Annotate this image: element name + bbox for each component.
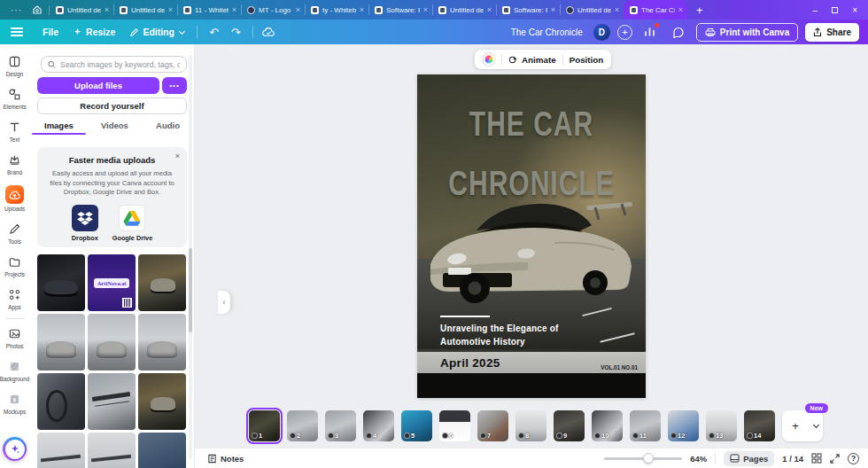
tab-close-icon[interactable]: ×: [168, 5, 173, 14]
upload-photo-dark-showroom-car[interactable]: [37, 254, 85, 311]
sidebar-item-background[interactable]: Background: [0, 355, 29, 387]
page-thumbnail-8[interactable]: 8: [515, 410, 546, 441]
page-thumbnail-3[interactable]: 3: [325, 410, 356, 441]
page-thumbnail-11[interactable]: 11: [630, 410, 661, 441]
close-window-button[interactable]: ×: [852, 5, 857, 15]
redo-button[interactable]: ↷: [225, 26, 247, 39]
upload-photo-car-interior[interactable]: [37, 373, 85, 430]
sidebar-item-elements[interactable]: Elements: [0, 82, 29, 115]
tab-close-icon[interactable]: ×: [678, 5, 683, 14]
zoom-slider-knob[interactable]: [643, 453, 654, 464]
tab-close-icon[interactable]: ×: [487, 5, 492, 14]
browser-tab-10[interactable]: The Car Chr...×: [624, 0, 687, 20]
browser-tab-5[interactable]: ty - Whitebo...×: [305, 0, 368, 20]
page-thumbnail-5[interactable]: 5: [401, 410, 432, 441]
hamburger-menu-icon[interactable]: [11, 27, 23, 36]
search-input[interactable]: [60, 60, 180, 69]
tab-close-icon[interactable]: ×: [360, 5, 364, 14]
sidebar-item-photos[interactable]: Photos: [0, 322, 29, 355]
design-page-cover[interactable]: THE CAR CHRONICLE Unraveling the: [417, 74, 646, 398]
upload-photo-parking-car-side[interactable]: [138, 314, 186, 370]
sidebar-item-tools[interactable]: Tools: [0, 217, 29, 250]
comments-button[interactable]: [668, 22, 689, 42]
tab-close-icon[interactable]: ×: [105, 5, 109, 14]
add-member-button[interactable]: +: [617, 25, 632, 40]
browser-tab-6[interactable]: Software: Fo...×: [368, 0, 432, 20]
zoom-slider[interactable]: [604, 457, 682, 460]
upload-photo-body-dark[interactable]: [138, 433, 186, 468]
upload-files-button[interactable]: Upload files: [37, 77, 159, 94]
media-tab-images[interactable]: Images: [44, 121, 74, 135]
tab-close-icon[interactable]: ×: [296, 5, 300, 14]
color-wheel-icon[interactable]: [483, 53, 495, 66]
upload-photo-parking-car-rear[interactable]: [88, 314, 136, 370]
upload-photo-rear-wing[interactable]: [88, 373, 136, 430]
cover-subtitle[interactable]: Unraveling the Elegance of Automotive Hi…: [440, 323, 559, 348]
sidebar-item-mockups[interactable]: Mockups: [0, 387, 29, 420]
zoom-level[interactable]: 64%: [690, 454, 707, 464]
resize-button[interactable]: Resize: [66, 23, 122, 41]
minimize-button[interactable]: –: [813, 5, 818, 15]
scrollbar-thumb[interactable]: [189, 248, 192, 332]
print-with-canva-button[interactable]: Print with Canva: [696, 23, 798, 42]
page-thumbnail-7[interactable]: 7: [477, 410, 508, 441]
browser-tab-4[interactable]: MT - Logo×: [241, 0, 305, 20]
sidebar-item-brand[interactable]: Brand: [0, 148, 29, 181]
tab-close-icon[interactable]: ×: [232, 5, 236, 14]
fullscreen-button[interactable]: [830, 454, 840, 464]
add-page-dropdown[interactable]: [809, 425, 823, 427]
tab-close-icon[interactable]: ×: [423, 5, 428, 14]
cloud-save-status-icon[interactable]: [259, 22, 280, 42]
page-thumbnail-2[interactable]: 2: [287, 410, 318, 441]
browser-tab-2[interactable]: Untitled des...×: [113, 0, 177, 20]
browser-tab-8[interactable]: Software: Fo...×: [496, 0, 560, 20]
media-tab-videos[interactable]: Videos: [101, 121, 128, 135]
collapse-panel-button[interactable]: ‹: [218, 291, 230, 314]
document-title[interactable]: The Car Chronicle: [511, 27, 583, 37]
close-card-icon[interactable]: ×: [175, 152, 180, 160]
browser-tab-3[interactable]: 11 - Whitebo...×: [177, 0, 241, 20]
panel-scrollbar[interactable]: [189, 55, 192, 459]
porsche-car-image[interactable]: [422, 188, 641, 303]
record-yourself-button[interactable]: Record yourself: [37, 98, 187, 114]
browser-tab-1[interactable]: Untitled des...×: [50, 0, 113, 20]
browser-tab-7[interactable]: Untitled des...×: [432, 0, 496, 20]
upload-photo-wing-light[interactable]: [37, 433, 85, 468]
help-button[interactable]: ?: [848, 453, 859, 464]
upload-more-button[interactable]: •••: [162, 77, 187, 94]
page-thumbnail-1[interactable]: 1: [249, 410, 280, 441]
avatar[interactable]: D: [593, 24, 610, 41]
upload-photo-tunnel-car[interactable]: [138, 373, 186, 430]
connect-dropbox[interactable]: Dropbox: [72, 205, 98, 242]
browser-menu-icon[interactable]: ···: [0, 5, 31, 15]
upload-photo-parking-car-front[interactable]: [37, 314, 85, 370]
sidebar-item-uploads[interactable]: Uploads: [0, 181, 29, 217]
share-button[interactable]: Share: [805, 23, 859, 42]
upload-artinova-promo[interactable]: ArtiNova.ai: [88, 254, 136, 311]
new-tab-button[interactable]: +: [687, 4, 712, 17]
page-thumbnail-10[interactable]: 10: [592, 410, 623, 441]
sidebar-item-design[interactable]: Design: [0, 50, 29, 82]
add-page-button[interactable]: +: [782, 419, 809, 433]
page-thumbnail-14[interactable]: 14: [744, 410, 775, 441]
tab-close-icon[interactable]: ×: [551, 5, 555, 14]
position-button[interactable]: Position: [570, 55, 604, 65]
insights-button[interactable]: [639, 22, 661, 42]
file-menu-button[interactable]: File: [35, 23, 66, 41]
sidebar-item-projects[interactable]: Projects: [0, 250, 29, 283]
notes-button[interactable]: Notes: [207, 454, 244, 464]
upload-photo-tunnel-car-rear[interactable]: [138, 254, 186, 311]
sidebar-item-text[interactable]: Text: [0, 115, 29, 148]
cover-date[interactable]: April 2025: [440, 356, 500, 370]
maximize-button[interactable]: [832, 7, 838, 13]
animate-button[interactable]: Animate: [508, 55, 556, 65]
tab-close-icon[interactable]: ×: [615, 5, 619, 14]
editing-mode-button[interactable]: Editing: [122, 23, 191, 41]
page-thumbnail-4[interactable]: 4: [363, 410, 394, 441]
connect-google-drive[interactable]: Google Drive: [112, 205, 152, 242]
page-thumbnail-12[interactable]: 12: [668, 410, 699, 441]
upload-photo-wing-light-2[interactable]: [88, 433, 136, 468]
sidebar-item-apps[interactable]: Apps: [0, 283, 29, 316]
magic-ai-button[interactable]: [3, 437, 27, 461]
page-thumbnail-13[interactable]: 13: [706, 410, 737, 441]
